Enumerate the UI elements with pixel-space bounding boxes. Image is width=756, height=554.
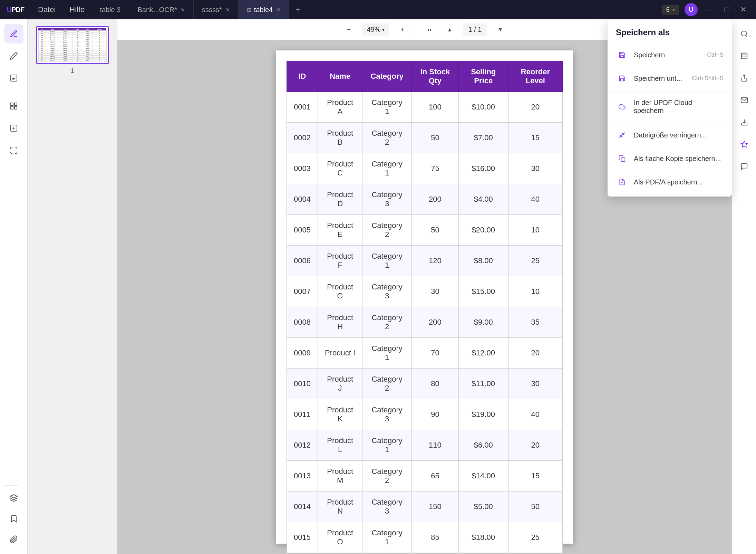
svg-point-10 <box>741 31 746 36</box>
menu-bar: Datei Hilfe <box>31 2 91 17</box>
table-row: 0008Product HCategory 2200$9.0035 <box>287 307 563 338</box>
svg-line-11 <box>746 35 747 37</box>
close-button[interactable]: ✕ <box>737 4 749 16</box>
table-row: 0014Product NCategory 3150$5.0050 <box>287 491 563 522</box>
table-row: 0002Product BCategory 250$7.0015 <box>287 123 563 153</box>
cloud-icon <box>616 101 628 113</box>
dropdown-divider <box>608 122 732 122</box>
table-row: 0013Product MCategory 265$14.0015 <box>287 461 563 491</box>
table-row: 0004Product DCategory 3200$4.0040 <box>287 184 563 215</box>
table-row: 0015Product OCategory 185$18.0025 <box>287 522 563 553</box>
zoom-out-button[interactable]: − <box>341 22 357 37</box>
page-next-button[interactable]: ▼ <box>493 22 508 37</box>
right-sidebar <box>732 19 756 554</box>
tool-organize[interactable] <box>4 96 23 116</box>
table-row: 0009Product ICategory 170$12.0020 <box>287 338 563 369</box>
tab-icon-table4: ⊞ <box>247 7 251 13</box>
zoom-in-button[interactable]: + <box>395 22 410 37</box>
svg-rect-20 <box>621 158 625 162</box>
sidebar-divider-1 <box>7 92 21 92</box>
right-tool-ai[interactable] <box>735 135 754 154</box>
pdfa-icon <box>616 176 628 188</box>
svg-marker-17 <box>741 141 747 147</box>
thumbnail-page-1[interactable]: IDNameCat.StockPriceReorder 0001Product … <box>36 26 109 64</box>
svg-line-18 <box>620 136 622 138</box>
page-nav-display[interactable]: 6 ▾ <box>662 5 679 15</box>
tab-table4[interactable]: ⊞ table4 ✕ <box>239 0 290 19</box>
right-tool-search[interactable] <box>735 24 754 44</box>
maximize-button[interactable]: □ <box>722 4 732 16</box>
left-sidebar <box>0 19 28 554</box>
table-row: 0006Product FCategory 1120$8.0025 <box>287 246 563 276</box>
speichern-icon <box>616 49 628 61</box>
minimize-button[interactable]: — <box>703 4 716 16</box>
right-tool-share[interactable] <box>735 68 754 88</box>
tool-attachment[interactable] <box>4 530 23 549</box>
zoom-level-text: 49% <box>367 26 381 34</box>
menu-hilfe[interactable]: Hilfe <box>62 2 91 17</box>
svg-rect-12 <box>741 53 747 59</box>
right-tool-comment[interactable] <box>735 157 754 176</box>
table-row: 0012Product LCategory 1110$6.0020 <box>287 430 563 461</box>
tab-bar: table 3 Bank...OCR* ✕ sssss* ✕ ⊞ table4 … <box>91 0 655 19</box>
title-bar-right: 6 ▾ U — □ ✕ <box>655 3 756 16</box>
sidebar-divider-2 <box>4 485 18 486</box>
title-bar: UPDF Datei Hilfe table 3 Bank...OCR* ✕ s… <box>0 0 756 19</box>
dropdown-item-speichern-unt[interactable]: Speichern unt...Ctrl+Shift+S <box>608 67 732 90</box>
dropdown-divider <box>608 92 732 92</box>
svg-rect-5 <box>14 103 17 105</box>
tab-bankorc[interactable]: Bank...OCR* ✕ <box>129 0 193 19</box>
user-avatar[interactable]: U <box>685 3 698 16</box>
table-row: 0011Product KCategory 390$19.0040 <box>287 399 563 430</box>
page-first-button[interactable]: ⏮ <box>421 22 437 37</box>
right-tool-view[interactable] <box>735 46 754 66</box>
svg-rect-6 <box>11 107 13 109</box>
thumbnail-label: 1 <box>70 67 74 75</box>
page-indicator: 1 / 1 <box>463 23 487 36</box>
svg-line-19 <box>623 133 625 135</box>
table-row: 0005Product ECategory 250$20.0010 <box>287 215 563 246</box>
menu-datei[interactable]: Datei <box>31 2 62 17</box>
toolbar-divider <box>416 25 416 35</box>
add-tab-button[interactable]: + <box>289 0 307 19</box>
svg-marker-9 <box>10 495 17 498</box>
tab-close-bankorc[interactable]: ✕ <box>181 7 185 13</box>
tool-annotate[interactable] <box>4 46 23 66</box>
tab-close-table4[interactable]: ✕ <box>276 7 281 13</box>
tab-table3[interactable]: table 3 <box>91 0 129 19</box>
tool-edit-pdf[interactable] <box>4 24 23 44</box>
sidebar-bottom <box>4 483 23 551</box>
svg-rect-7 <box>14 107 17 109</box>
tool-bookmark[interactable] <box>4 509 23 528</box>
compress-icon <box>616 129 628 141</box>
table-row: 0007Product GCategory 330$15.0010 <box>287 276 563 307</box>
dropdown-item-speichern[interactable]: SpeichernCtrl+S <box>608 43 732 67</box>
app-logo: UPDF <box>0 6 31 14</box>
right-tool-download[interactable] <box>735 113 754 132</box>
flat-copy-icon <box>616 152 628 165</box>
dropdown-item-pdfa[interactable]: Als PDF/A speichern... <box>608 170 732 194</box>
tab-close-sssss[interactable]: ✕ <box>225 7 230 13</box>
tool-layers[interactable] <box>4 488 23 508</box>
thumbnail-table: IDNameCat.StockPriceReorder 0001Product … <box>38 28 107 62</box>
dropdown-item-flat-copy[interactable]: Als flache Kopie speichern... <box>608 147 732 170</box>
pdf-page: IDNameCategoryIn Stock QtySelling PriceR… <box>276 50 573 544</box>
zoom-display[interactable]: 49% ▾ <box>362 23 389 36</box>
table-row: 0003Product CCategory 175$16.0030 <box>287 153 563 184</box>
right-tool-email[interactable] <box>735 90 754 110</box>
dropdown-item-compress[interactable]: Dateigröße verringern... <box>608 123 732 147</box>
pdf-table: IDNameCategoryIn Stock QtySelling PriceR… <box>287 61 563 553</box>
table-row: 0001Product ACategory 1100$10.0020 <box>287 92 563 123</box>
save-as-dropdown: Speichern als SpeichernCtrl+SSpeichern u… <box>608 19 732 197</box>
tool-ocr[interactable] <box>4 118 23 138</box>
page-prev-button[interactable]: ▲ <box>442 22 457 37</box>
dropdown-item-cloud[interactable]: In der UPDF Cloud speichern <box>608 93 732 120</box>
tab-sssss[interactable]: sssss* ✕ <box>194 0 239 19</box>
svg-rect-4 <box>11 103 13 105</box>
dropdown-title: Speichern als <box>608 22 732 43</box>
tool-forms[interactable] <box>4 68 23 88</box>
table-row: 0010Product JCategory 280$11.0030 <box>287 369 563 399</box>
speichern-unt-icon <box>616 72 628 85</box>
tool-convert[interactable] <box>4 141 23 160</box>
zoom-chevron-icon: ▾ <box>382 27 385 32</box>
